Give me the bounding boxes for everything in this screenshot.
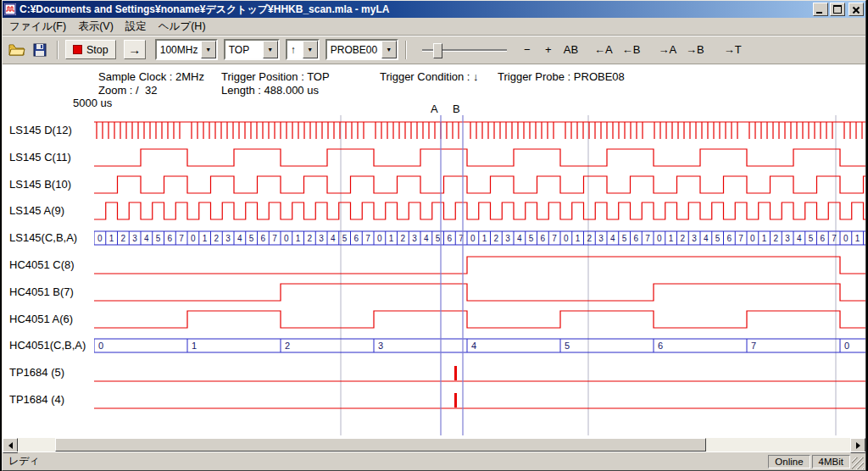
goto-cursor-a-left-button[interactable]: ←A: [591, 40, 616, 60]
dropdown-arrow-icon[interactable]: ▼: [381, 41, 397, 58]
open-file-button[interactable]: [7, 40, 27, 60]
menu-help[interactable]: ヘルプ(H): [153, 18, 212, 36]
scroll-thumb[interactable]: [55, 438, 706, 452]
run-arrow-icon: →: [128, 42, 141, 57]
horizontal-scrollbar[interactable]: [3, 438, 865, 452]
svg-text:1: 1: [576, 234, 581, 243]
goto-cursor-a-right-button[interactable]: →A: [654, 40, 680, 60]
trigger-condition-info: Trigger Condition : ↓: [380, 70, 479, 83]
length-info: Length : 488.000 us: [221, 84, 319, 97]
status-memory: 4MBit: [812, 455, 850, 468]
goto-trigger-button[interactable]: →T: [721, 40, 745, 60]
svg-text:4: 4: [331, 234, 336, 243]
status-bar: レディ Online 4MBit: [3, 452, 865, 470]
save-button[interactable]: [30, 40, 50, 60]
svg-text:7: 7: [751, 341, 756, 351]
stop-icon: [73, 45, 82, 54]
svg-text:5: 5: [809, 234, 814, 243]
svg-text:0: 0: [98, 341, 103, 351]
ab-button[interactable]: AB: [560, 40, 581, 60]
zoom-out-button[interactable]: −: [518, 40, 537, 60]
slider-thumb[interactable]: [433, 43, 442, 58]
menu-file[interactable]: ファイル(F): [3, 18, 72, 36]
scroll-track-right[interactable]: [706, 438, 850, 452]
svg-text:7: 7: [832, 234, 837, 243]
maximize-button[interactable]: [830, 3, 845, 16]
toolbar-separator: [57, 41, 58, 59]
status-message: レディ: [4, 454, 766, 468]
trigger-probe-select[interactable]: PROBE00 ▼: [326, 39, 398, 60]
svg-text:2: 2: [121, 234, 126, 243]
svg-text:7: 7: [738, 234, 743, 243]
stop-button[interactable]: Stop: [65, 40, 116, 59]
status-online: Online: [768, 455, 810, 468]
resize-grip[interactable]: [852, 457, 864, 469]
channel-label: HC4051(C,B,A): [9, 339, 86, 352]
channel-label: HC4051 A(6): [9, 313, 73, 326]
svg-text:3: 3: [412, 234, 417, 243]
svg-text:6: 6: [168, 234, 173, 243]
svg-text:1: 1: [669, 234, 674, 243]
svg-text:1: 1: [762, 234, 767, 243]
svg-text:7: 7: [272, 234, 277, 243]
svg-text:2: 2: [285, 341, 290, 351]
svg-text:6: 6: [541, 234, 546, 243]
svg-text:6: 6: [821, 234, 826, 243]
svg-text:7: 7: [365, 234, 370, 243]
svg-text:0: 0: [843, 234, 849, 243]
goto-cursor-b-right-button[interactable]: →B: [682, 40, 708, 60]
floppy-icon: [33, 43, 47, 57]
close-button[interactable]: [849, 3, 864, 16]
menu-view[interactable]: 表示(V): [72, 18, 120, 36]
cursor-label-a[interactable]: A: [431, 103, 438, 115]
svg-text:7: 7: [645, 234, 650, 243]
goto-cursor-b-left-button[interactable]: ←B: [619, 40, 644, 60]
sample-clock-select[interactable]: 100MHz ▼: [155, 39, 218, 60]
dropdown-arrow-icon[interactable]: ▼: [201, 41, 216, 58]
trigger-position-select[interactable]: TOP ▼: [224, 39, 280, 60]
run-button[interactable]: →: [124, 40, 146, 59]
svg-text:1: 1: [109, 234, 114, 243]
toolbar: Stop → 100MHz ▼ TOP ▼ ↑ ▼ PROBE00 ▼ − + …: [3, 35, 865, 64]
svg-text:4: 4: [471, 341, 476, 351]
svg-text:6: 6: [727, 234, 732, 243]
svg-text:3: 3: [785, 234, 790, 243]
svg-text:5: 5: [156, 234, 161, 243]
channel-label: LS145 A(9): [9, 204, 64, 218]
app-icon: [4, 3, 16, 15]
menu-bar: ファイル(F) 表示(V) 設定 ヘルプ(H): [3, 18, 865, 35]
svg-text:5: 5: [436, 234, 441, 243]
channel-label: TP1684 (5): [9, 366, 64, 380]
sample-clock-select-value: 100MHz: [157, 44, 201, 56]
dropdown-arrow-icon[interactable]: ▼: [263, 41, 278, 58]
svg-text:0: 0: [844, 341, 849, 351]
svg-text:0: 0: [284, 234, 289, 243]
svg-text:6: 6: [634, 234, 639, 243]
minimize-icon: [816, 12, 822, 14]
zoom-in-button[interactable]: +: [539, 40, 558, 60]
channel-label: HC4051 C(8): [9, 258, 75, 272]
menu-settings[interactable]: 設定: [120, 18, 153, 36]
dropdown-arrow-icon[interactable]: ▼: [303, 41, 318, 58]
zoom-slider[interactable]: [420, 42, 509, 58]
svg-text:1: 1: [192, 341, 197, 351]
scroll-track-left[interactable]: [18, 438, 55, 452]
svg-text:2: 2: [774, 234, 779, 243]
cursor-label-b[interactable]: B: [453, 103, 460, 115]
trigger-edge-select[interactable]: ↑ ▼: [286, 39, 320, 60]
trigger-probe-select-value: PROBE00: [327, 44, 381, 56]
svg-text:6: 6: [448, 234, 453, 243]
svg-text:4: 4: [144, 234, 149, 243]
svg-text:4: 4: [517, 234, 522, 243]
svg-text:1: 1: [482, 234, 487, 243]
waveform-canvas[interactable]: 0123456701234567012345670123456701234567…: [94, 112, 865, 438]
time-scale-label: 5000 us: [73, 97, 112, 109]
minimize-button[interactable]: [813, 3, 828, 16]
svg-text:4: 4: [797, 234, 802, 243]
app-window: C:¥Documents and Settings¥noname¥デスクトップ¥…: [2, 0, 866, 471]
svg-text:0: 0: [377, 234, 382, 243]
channel-label: LS145 C(11): [9, 151, 71, 164]
svg-text:4: 4: [424, 234, 429, 243]
svg-text:5: 5: [529, 234, 534, 243]
svg-text:5: 5: [342, 234, 348, 243]
